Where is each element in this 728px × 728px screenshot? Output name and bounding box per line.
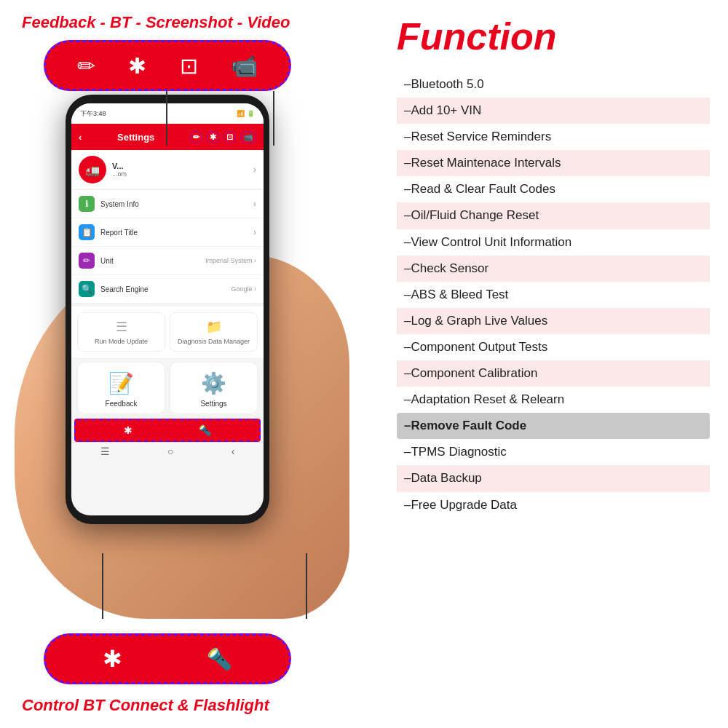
connector-line-bottom-right — [306, 553, 307, 619]
search-engine-value: Google › — [231, 285, 256, 293]
feedback-card-icon: 📝 — [84, 371, 159, 395]
status-bar: 下午3:48 📶 🔋 — [71, 103, 264, 124]
feature-item-8: –ABS & Bleed Test — [397, 282, 710, 308]
profile-email: ...om — [112, 170, 127, 178]
menu-item-unit[interactable]: ✏ Unit Imperial System › — [71, 247, 264, 275]
screenshot-icon[interactable]: ⊡ — [180, 53, 198, 79]
bottom-flashlight-icon[interactable]: 🔦 — [199, 424, 211, 436]
feature-item-12: –Adaptation Reset & Relearn — [397, 387, 710, 413]
feedback-card[interactable]: 📝 Feedback — [77, 362, 165, 414]
data-manager-card[interactable]: 📁 Diagnosis Data Manager — [170, 312, 258, 352]
menu-item-system-info[interactable]: ℹ System Info › — [71, 190, 264, 218]
unit-value: Imperial System › — [205, 257, 256, 264]
feature-item-10: –Component Output Tests — [397, 334, 710, 360]
bottom-caption: Control BT Connect & Flashlight — [22, 696, 269, 715]
feature-item-9: –Log & Graph Live Values — [397, 308, 710, 334]
phone-bottom-bar: ✱ 🔦 — [74, 419, 261, 442]
system-info-icon: ℹ — [79, 196, 95, 212]
phone-wrapper: 下午3:48 📶 🔋 ‹ Settings ✏ ✱ ⊡ 📹 � — [29, 73, 335, 619]
header-screen-icon[interactable]: ⊡ — [223, 131, 236, 143]
app-header-icons: ✏ ✱ ⊡ 📹 — [190, 131, 256, 143]
run-mode-card[interactable]: ☰ Run Mode Update — [77, 312, 165, 352]
search-engine-label: Search Engine — [100, 285, 149, 293]
profile-chevron: › — [253, 165, 256, 175]
header-bt-icon[interactable]: ✱ — [207, 131, 219, 143]
left-panel: Feedback - BT - Screenshot - Video ✏ ✱ ⊡… — [0, 0, 379, 728]
unit-icon: ✏ — [79, 253, 95, 269]
feature-item-13: –Remove Fault Code — [397, 413, 710, 439]
profile-avatar: 🚛 — [79, 156, 106, 183]
feature-list: –Bluetooth 5.0–Add 10+ VIN–Reset Service… — [397, 71, 710, 518]
feature-item-7: –Check Sensor — [397, 256, 710, 282]
right-panel: Function –Bluetooth 5.0–Add 10+ VIN–Rese… — [379, 0, 728, 728]
big-grid: 📝 Feedback ⚙️ Settings — [71, 357, 264, 419]
report-title-label: Report Title — [100, 229, 138, 237]
data-manager-label: Diagnosis Data Manager — [178, 338, 250, 345]
status-time: 下午3:48 — [80, 109, 106, 119]
feature-item-16: –Free Upgrade Data — [397, 492, 710, 518]
header-edit-icon[interactable]: ✏ — [190, 131, 202, 143]
connector-line-left — [166, 91, 167, 146]
profile-section[interactable]: 🚛 V... ...om › — [71, 150, 264, 190]
menu-item-report-title[interactable]: 📋 Report Title › — [71, 218, 264, 247]
connector-line-right — [273, 91, 274, 146]
nav-back[interactable]: ‹ — [232, 446, 235, 457]
phone-screen: 下午3:48 📶 🔋 ‹ Settings ✏ ✱ ⊡ 📹 � — [71, 103, 264, 515]
system-info-chevron: › — [253, 199, 256, 209]
feature-item-6: –View Control Unit Information — [397, 229, 710, 256]
function-title: Function — [397, 15, 710, 58]
run-mode-icon: ☰ — [84, 319, 159, 335]
menu-item-search-engine[interactable]: 🔍 Search Engine Google › — [71, 275, 264, 304]
top-header-label: Feedback - BT - Screenshot - Video — [22, 13, 290, 32]
feature-item-2: –Reset Service Reminders — [397, 124, 710, 150]
bt-connect-icon[interactable]: ✱ — [103, 645, 122, 673]
bluetooth-icon[interactable]: ✱ — [128, 53, 146, 79]
report-title-icon: 📋 — [79, 224, 95, 240]
back-arrow[interactable]: ‹ — [79, 132, 82, 143]
feedback-icon[interactable]: ✏ — [77, 53, 95, 79]
top-toolbar: ✏ ✱ ⊡ 📹 — [44, 40, 291, 91]
small-grid: ☰ Run Mode Update 📁 Diagnosis Data Manag… — [71, 306, 264, 357]
bottom-bt-icon[interactable]: ✱ — [124, 424, 132, 436]
status-icons: 📶 🔋 — [237, 110, 255, 117]
profile-name: V... — [112, 162, 127, 170]
bottom-toolbar: ✱ 🔦 — [44, 633, 291, 684]
app-title: Settings — [117, 132, 154, 143]
data-manager-icon: 📁 — [176, 319, 251, 335]
flashlight-icon[interactable]: 🔦 — [207, 647, 232, 671]
feedback-card-label: Feedback — [106, 400, 138, 408]
connector-line-bottom-left — [102, 553, 103, 619]
phone-body: 下午3:48 📶 🔋 ‹ Settings ✏ ✱ ⊡ 📹 � — [66, 95, 269, 524]
settings-card[interactable]: ⚙️ Settings — [170, 362, 258, 414]
nav-menu[interactable]: ☰ — [100, 446, 110, 457]
search-engine-icon: 🔍 — [79, 281, 95, 297]
unit-label: Unit — [100, 257, 114, 265]
header-video-icon[interactable]: 📹 — [240, 131, 256, 143]
profile-text: V... ...om — [112, 162, 127, 178]
feature-item-14: –TPMS Diagnostic — [397, 439, 710, 465]
system-info-label: System Info — [100, 200, 139, 208]
feature-item-5: –Oil/Fluid Change Reset — [397, 202, 710, 229]
feature-item-0: –Bluetooth 5.0 — [397, 71, 710, 98]
feature-item-11: –Component Calibration — [397, 360, 710, 387]
feature-item-4: –Read & Clear Fault Codes — [397, 176, 710, 202]
report-title-chevron: › — [253, 227, 256, 237]
settings-card-icon: ⚙️ — [176, 371, 251, 395]
feature-item-15: –Data Backup — [397, 465, 710, 491]
feature-item-1: –Add 10+ VIN — [397, 98, 710, 124]
feature-item-3: –Reset Maintenace Intervals — [397, 150, 710, 176]
run-mode-label: Run Mode Update — [95, 338, 148, 345]
nav-bar: ☰ ○ ‹ — [71, 442, 264, 459]
video-icon[interactable]: 📹 — [231, 53, 258, 79]
app-header: ‹ Settings ✏ ✱ ⊡ 📹 — [71, 124, 264, 150]
nav-home[interactable]: ○ — [167, 446, 173, 457]
settings-card-label: Settings — [200, 400, 226, 408]
